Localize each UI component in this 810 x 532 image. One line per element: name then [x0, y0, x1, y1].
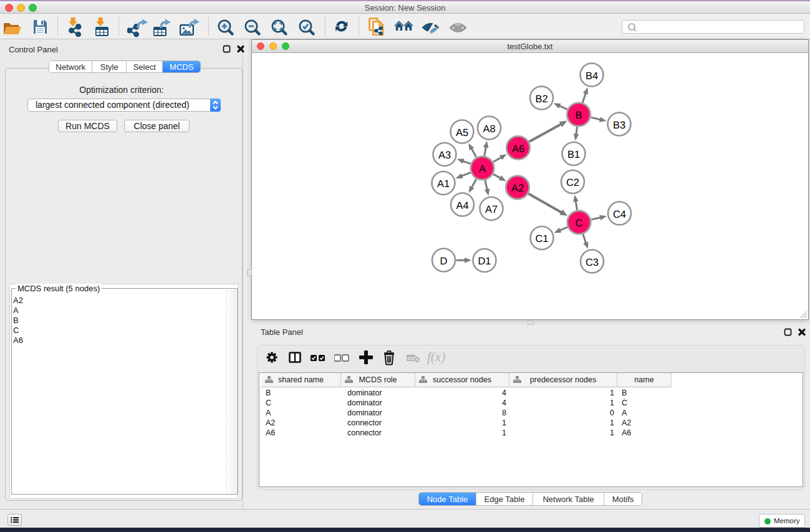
- svg-text:A2: A2: [511, 183, 524, 194]
- svg-text:C2: C2: [566, 177, 579, 188]
- svg-text:D1: D1: [478, 256, 491, 267]
- svg-text:B: B: [575, 110, 582, 121]
- svg-text:C: C: [576, 218, 583, 229]
- svg-text:C1: C1: [535, 233, 548, 244]
- svg-text:B3: B3: [613, 120, 625, 131]
- svg-text:A8: A8: [483, 123, 495, 135]
- svg-text:A4: A4: [456, 200, 468, 211]
- svg-text:A3: A3: [438, 150, 451, 161]
- svg-text:C3: C3: [586, 257, 599, 268]
- svg-text:D: D: [440, 256, 448, 267]
- svg-text:B4: B4: [586, 70, 598, 82]
- svg-text:A1: A1: [437, 178, 450, 190]
- svg-text:A5: A5: [456, 127, 468, 138]
- svg-text:A: A: [479, 163, 486, 175]
- svg-text:C4: C4: [613, 209, 626, 220]
- svg-text:A6: A6: [512, 143, 524, 155]
- svg-text:A7: A7: [485, 204, 498, 215]
- svg-text:B2: B2: [535, 94, 547, 105]
- svg-text:B1: B1: [567, 149, 580, 160]
